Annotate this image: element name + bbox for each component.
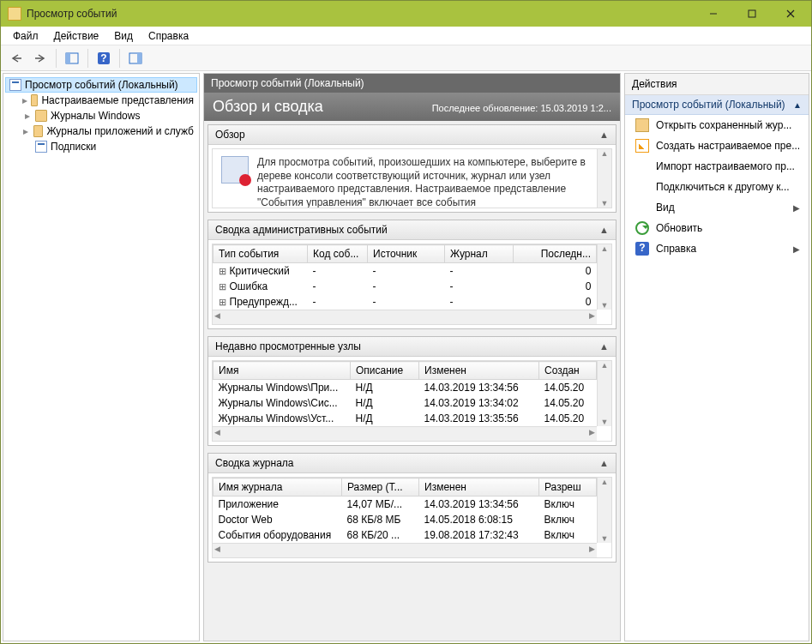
action-open-saved-log[interactable]: Открыть сохраненный жур...	[625, 115, 809, 135]
back-button[interactable]	[6, 48, 27, 69]
center-body: Обзор ▲ Для просмотра событий, произошед…	[204, 121, 620, 641]
tree-item-label: Подписки	[51, 141, 96, 153]
minimize-button[interactable]	[694, 2, 732, 27]
horizontal-scrollbar[interactable]	[213, 543, 597, 557]
tree-item-app-logs[interactable]: ▸ Журналы приложений и служб	[5, 123, 197, 139]
center-subheader: Обзор и сводка Последнее обновление: 15.…	[204, 93, 620, 121]
event-viewer-icon	[9, 79, 21, 91]
center-pane: Просмотр событий (Локальный) Обзор и сво…	[203, 73, 621, 641]
blank-icon	[635, 159, 649, 173]
col-name[interactable]: Имя	[214, 362, 351, 380]
action-refresh[interactable]: Обновить	[625, 218, 809, 238]
expand-icon[interactable]: ▸	[22, 125, 30, 137]
overview-scrollbar[interactable]	[597, 149, 611, 208]
chevron-right-icon: ▶	[793, 203, 800, 213]
action-label: Вид	[656, 202, 675, 214]
col-event-type[interactable]: Тип события	[214, 245, 308, 263]
col-desc[interactable]: Описание	[351, 362, 419, 380]
filter-icon	[635, 139, 649, 153]
main-window: Просмотр событий Файл Действие Вид Справ…	[0, 0, 812, 644]
overview-title: Обзор	[215, 129, 245, 141]
col-event-id[interactable]: Код соб...	[308, 245, 368, 263]
menu-action[interactable]: Действие	[47, 28, 106, 44]
show-hide-tree-button[interactable]	[62, 48, 82, 69]
action-label: Создать настраиваемое пре...	[656, 140, 800, 152]
admin-summary-grid: Тип события Код соб... Источник Журнал П…	[212, 244, 612, 325]
overview-content: Для просмотра событий, произошедших на к…	[212, 148, 612, 208]
menubar: Файл Действие Вид Справка	[1, 27, 811, 45]
action-help[interactable]: ? Справка ▶	[625, 238, 809, 259]
collapse-icon: ▲	[599, 458, 609, 468]
col-created[interactable]: Создан	[539, 362, 597, 380]
vertical-scrollbar[interactable]	[597, 478, 611, 543]
table-row[interactable]: События оборудования68 КБ/20 ...19.08.20…	[214, 527, 597, 543]
table-row[interactable]: Критический---0	[214, 263, 597, 280]
expand-icon[interactable]: ▸	[22, 94, 27, 106]
menu-view[interactable]: Вид	[107, 28, 140, 44]
svg-text:?: ?	[100, 52, 106, 64]
menu-help[interactable]: Справка	[141, 28, 195, 44]
help-icon: ?	[635, 242, 649, 256]
col-last[interactable]: Последн...	[514, 245, 597, 263]
action-import-custom-view[interactable]: Импорт настраиваемого пр...	[625, 156, 809, 177]
folder-icon	[31, 94, 38, 106]
admin-summary-header[interactable]: Сводка административных событий ▲	[208, 220, 616, 240]
admin-summary-title: Сводка административных событий	[215, 224, 388, 236]
col-log[interactable]: Журнал	[445, 245, 514, 263]
close-button[interactable]	[771, 2, 809, 27]
table-row[interactable]: Журналы Windows\Уст...Н/Д14.03.2019 13:3…	[214, 411, 597, 426]
menu-file[interactable]: Файл	[6, 28, 45, 44]
col-modified[interactable]: Изменен	[419, 362, 539, 380]
help-button[interactable]: ?	[93, 48, 114, 69]
tree-pane: Просмотр событий (Локальный) ▸ Настраива…	[3, 73, 200, 641]
titlebar: Просмотр событий	[1, 1, 811, 27]
action-view[interactable]: Вид ▶	[625, 197, 809, 218]
collapse-icon: ▲	[793, 100, 802, 110]
last-update-label: Последнее обновление: 15.03.2019 1:2...	[432, 103, 611, 113]
col-enabled[interactable]: Разреш	[539, 478, 597, 497]
table-row[interactable]: Журналы Windows\Сис...Н/Д14.03.2019 13:3…	[214, 395, 597, 411]
col-log-name[interactable]: Имя журнала	[214, 478, 342, 497]
tree-item-label: Журналы приложений и служб	[46, 125, 194, 137]
vertical-scrollbar[interactable]	[597, 244, 611, 310]
main-area: Просмотр событий (Локальный) ▸ Настраива…	[1, 71, 811, 643]
toolbar-separator	[56, 49, 57, 68]
recent-nodes-table: Имя Описание Изменен Создан Журналы Wind…	[213, 361, 597, 426]
actions-group-header[interactable]: Просмотр событий (Локальный) ▲	[625, 95, 809, 115]
action-label: Подключиться к другому к...	[656, 181, 790, 193]
tree-item-custom-views[interactable]: ▸ Настраиваемые представления	[5, 93, 197, 108]
table-row[interactable]: Журналы Windows\При...Н/Д14.03.2019 13:3…	[214, 380, 597, 396]
forward-button[interactable]	[30, 48, 51, 69]
horizontal-scrollbar[interactable]	[213, 310, 597, 324]
table-row[interactable]: Приложение14,07 МБ/...14.03.2019 13:34:5…	[214, 497, 597, 513]
recent-nodes-header[interactable]: Недавно просмотренные узлы ▲	[208, 337, 616, 357]
toolbar: ?	[1, 45, 811, 71]
actions-pane: Действия Просмотр событий (Локальный) ▲ …	[624, 73, 809, 641]
col-source[interactable]: Источник	[368, 245, 445, 263]
col-modified[interactable]: Изменен	[419, 478, 539, 497]
action-label: Импорт настраиваемого пр...	[656, 160, 795, 172]
action-connect-another[interactable]: Подключиться к другому к...	[625, 177, 809, 197]
overview-header[interactable]: Обзор ▲	[208, 125, 616, 145]
center-subtitle: Обзор и сводка	[213, 98, 323, 116]
action-label: Открыть сохраненный жур...	[656, 119, 791, 131]
log-summary-header[interactable]: Сводка журнала ▲	[208, 454, 616, 473]
table-row[interactable]: Doctor Web68 КБ/8 МБ14.05.2018 6:08:15Вк…	[214, 512, 597, 527]
col-size[interactable]: Размер (Т...	[342, 478, 419, 497]
tree-item-subscriptions[interactable]: Подписки	[5, 139, 197, 154]
tree-item-windows-logs[interactable]: ▸ Журналы Windows	[5, 108, 197, 123]
recent-nodes-section: Недавно просмотренные узлы ▲ Имя Описани…	[208, 336, 617, 446]
table-row[interactable]: Ошибка---0	[214, 279, 597, 294]
tree-root[interactable]: Просмотр событий (Локальный)	[5, 77, 197, 93]
action-create-custom-view[interactable]: Создать настраиваемое пре...	[625, 135, 809, 156]
vertical-scrollbar[interactable]	[597, 361, 611, 426]
table-row[interactable]: Предупрежд...---0	[214, 294, 597, 310]
horizontal-scrollbar[interactable]	[213, 426, 597, 441]
show-hide-action-pane-button[interactable]	[125, 48, 146, 69]
log-summary-title: Сводка журнала	[215, 457, 294, 469]
expand-icon[interactable]: ▸	[22, 110, 32, 122]
toolbar-separator	[119, 49, 120, 68]
log-summary-grid: Имя журнала Размер (Т... Изменен Разреш …	[212, 477, 612, 558]
maximize-button[interactable]	[732, 2, 771, 27]
tree-item-label: Настраиваемые представления	[41, 94, 194, 106]
